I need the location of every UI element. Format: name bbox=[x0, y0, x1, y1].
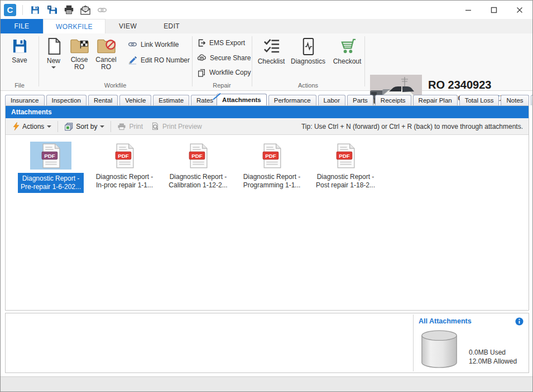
close-ro-button[interactable]: Close RO bbox=[66, 33, 92, 77]
checklist-icon bbox=[262, 37, 281, 56]
ems-export-button[interactable]: EMS Export bbox=[197, 38, 252, 47]
ems-export-icon bbox=[197, 38, 206, 47]
attachments-grid: PDF Diagnostic Report - Pre-repair 1-6-2… bbox=[6, 135, 529, 193]
print-preview-button[interactable]: Print Preview bbox=[147, 120, 206, 133]
pdf-file-icon: PDF bbox=[41, 143, 61, 168]
print-icon bbox=[64, 4, 74, 15]
attachment-detail-panel: All Attachments 0.0MB Used 12.0MB Allowe… bbox=[5, 313, 529, 373]
new-document-icon bbox=[45, 37, 62, 55]
tab-repair-plan[interactable]: Repair Plan bbox=[413, 95, 458, 105]
new-button[interactable]: New bbox=[41, 33, 66, 77]
pdf-file-icon: PDF bbox=[335, 143, 356, 168]
minimize-icon bbox=[465, 7, 472, 13]
minimize-button[interactable] bbox=[460, 3, 476, 17]
attachment-item[interactable]: PDF Diagnostic Report - Pre-repair 1-6-2… bbox=[17, 142, 85, 193]
close-button[interactable] bbox=[512, 3, 527, 17]
svg-text:PDF: PDF bbox=[339, 152, 349, 158]
storage-allowed: 12.0MB Allowed bbox=[469, 357, 517, 366]
save-as-icon bbox=[47, 5, 57, 15]
status-bar bbox=[1, 376, 532, 391]
storage-cylinder-icon bbox=[419, 329, 460, 369]
attachment-label: Diagnostic Report - Calibration 1-12-2..… bbox=[169, 173, 227, 190]
group-label-workfile: Workfile bbox=[39, 82, 192, 89]
diagnostics-button[interactable]: Diagnostics bbox=[291, 33, 325, 77]
ribbon-group-actions: Checklist Diagnostics Checkout Actions bbox=[252, 33, 364, 90]
link-button[interactable] bbox=[96, 4, 108, 16]
tab-file[interactable]: FILE bbox=[1, 19, 43, 33]
tab-edit[interactable]: EDIT bbox=[150, 19, 193, 33]
storage-title: All Attachments bbox=[419, 317, 472, 325]
quick-access-toolbar: C bbox=[1, 4, 108, 16]
pdf-file-icon: PDF bbox=[262, 143, 282, 168]
titlebar: C bbox=[1, 1, 532, 19]
svg-text:PDF: PDF bbox=[265, 152, 276, 158]
email-icon bbox=[80, 4, 91, 16]
workfile-copy-button[interactable]: Workfile Copy bbox=[197, 68, 252, 77]
tab-attachments[interactable]: Attachments bbox=[217, 94, 267, 105]
tab-vehicle[interactable]: Vehicle bbox=[119, 95, 151, 105]
app-window: C FILE WORKFILE VIEW bbox=[0, 0, 533, 392]
storage-used: 0.0MB Used bbox=[469, 348, 517, 357]
cancel-ro-button[interactable]: Cancel RO bbox=[92, 33, 120, 77]
attachment-label: Diagnostic Report - Pre-repair 1-6-202..… bbox=[18, 173, 84, 193]
copy-icon bbox=[197, 68, 206, 77]
tab-labor[interactable]: Labor bbox=[318, 95, 345, 105]
cancel-ro-folder-icon bbox=[97, 37, 116, 54]
divider bbox=[57, 121, 58, 132]
ribbon: Save File New Close RO Cancel RO bbox=[1, 33, 532, 91]
tab-total-loss[interactable]: Total Loss bbox=[459, 95, 500, 105]
window-controls bbox=[460, 1, 527, 19]
print-button[interactable]: Print bbox=[113, 120, 147, 133]
tab-rates[interactable]: Rates bbox=[191, 95, 219, 105]
checkout-button[interactable]: Checkout bbox=[331, 33, 363, 77]
sort-by-button[interactable]: Sort by bbox=[60, 120, 108, 133]
ribbon-group-file: Save File bbox=[1, 33, 39, 90]
secure-share-button[interactable]: Secure Share bbox=[197, 53, 252, 62]
attachment-item[interactable]: PDF Diagnostic Report - In-proc repair 1… bbox=[90, 142, 159, 190]
actions-button[interactable]: Actions bbox=[9, 120, 55, 133]
attachment-item[interactable]: PDF Diagnostic Report - Programming 1-1.… bbox=[238, 142, 306, 190]
tab-workfile[interactable]: WORKFILE bbox=[43, 19, 105, 33]
secure-share-cloud-icon bbox=[197, 53, 207, 62]
info-icon[interactable] bbox=[515, 317, 524, 326]
attachment-icon-tile: PDF bbox=[251, 142, 292, 170]
edit-ro-number-button[interactable]: Edit RO Number bbox=[128, 55, 190, 65]
close-icon bbox=[516, 7, 523, 13]
maximize-button[interactable] bbox=[486, 3, 502, 17]
email-button[interactable] bbox=[79, 4, 92, 16]
dropdown-caret-icon bbox=[47, 125, 51, 128]
save-as-button[interactable] bbox=[46, 4, 58, 16]
checklist-button[interactable]: Checklist bbox=[257, 33, 285, 77]
tab-events[interactable]: Events bbox=[531, 95, 533, 105]
link-icon bbox=[128, 40, 137, 49]
tab-view[interactable]: VIEW bbox=[105, 19, 150, 33]
ro-number: RO 2340923 bbox=[428, 78, 524, 91]
tab-parts[interactable]: Parts bbox=[347, 95, 373, 105]
workfile-tab-strip: Insurance Inspection Rental Vehicle Esti… bbox=[5, 94, 529, 105]
link-workfile-button[interactable]: Link Workfile bbox=[128, 40, 190, 49]
save-icon bbox=[30, 5, 40, 15]
checkout-cart-icon bbox=[338, 37, 357, 56]
attachments-panel: Attachments Actions Sort by Print Print … bbox=[5, 105, 529, 311]
attachment-item[interactable]: PDF Diagnostic Report - Post repair 1-18… bbox=[311, 142, 380, 190]
print-button[interactable] bbox=[63, 4, 75, 16]
close-ro-folder-icon bbox=[70, 37, 89, 54]
tab-performance[interactable]: Performance bbox=[268, 95, 316, 105]
save-workfile-button[interactable]: Save bbox=[4, 33, 35, 77]
dropdown-caret-icon bbox=[51, 66, 56, 69]
tab-rental[interactable]: Rental bbox=[88, 95, 118, 105]
tab-notes[interactable]: Notes bbox=[501, 95, 529, 105]
ribbon-tab-bar: FILE WORKFILE VIEW EDIT bbox=[1, 19, 532, 33]
attachment-item[interactable]: PDF Diagnostic Report - Calibration 1-12… bbox=[164, 142, 232, 190]
group-label-file: File bbox=[1, 82, 39, 89]
maximize-icon bbox=[491, 7, 497, 13]
tab-inspection[interactable]: Inspection bbox=[46, 95, 87, 105]
tab-receipts[interactable]: Receipts bbox=[375, 95, 411, 105]
save-button[interactable] bbox=[29, 4, 41, 16]
tab-insurance[interactable]: Insurance bbox=[5, 95, 45, 105]
tab-estimate[interactable]: Estimate bbox=[153, 95, 189, 105]
attachment-icon-tile: PDF bbox=[325, 142, 366, 170]
svg-text:PDF: PDF bbox=[191, 152, 202, 158]
group-label-repair: Repair bbox=[192, 82, 252, 89]
print-icon bbox=[117, 122, 126, 131]
